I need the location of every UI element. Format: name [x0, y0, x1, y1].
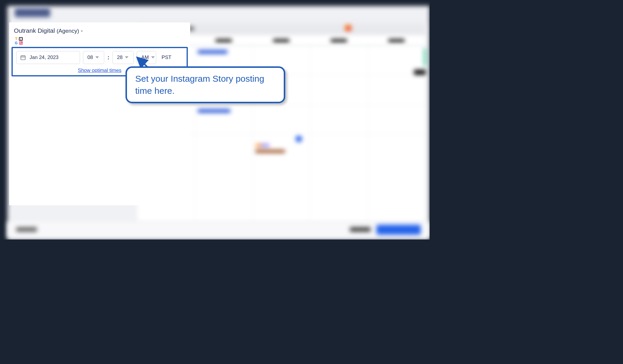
timezone-label: PST	[162, 55, 171, 60]
date-picker[interactable]: Jan 24, 2023	[16, 51, 80, 64]
org-title: Outrank Digital (Agency) -	[9, 22, 190, 36]
footer-blurred	[7, 222, 430, 238]
chevron-down-icon	[95, 56, 99, 58]
svg-rect-3	[21, 56, 25, 60]
org-name: Outrank Digital	[14, 27, 55, 34]
calendar-icon	[20, 55, 26, 60]
schedule-panel: Outrank Digital (Agency) - T ╗ G	[9, 22, 190, 205]
channel-icon-t: T	[14, 37, 19, 41]
date-value: Jan 24, 2023	[30, 55, 58, 60]
channel-icon-square: ╗	[19, 37, 23, 41]
hour-select[interactable]: 08	[83, 51, 104, 64]
instagram-icon	[19, 41, 23, 45]
hour-value: 08	[87, 55, 93, 60]
minute-value: 28	[117, 55, 123, 60]
minute-select[interactable]: 28	[112, 51, 134, 64]
page-title-blurred	[15, 8, 50, 17]
time-colon: :	[107, 54, 110, 61]
channel-icons: T ╗ G	[14, 37, 23, 45]
chevron-down-icon	[125, 56, 128, 58]
org-type: (Agency)	[57, 28, 79, 34]
svg-point-2	[22, 42, 22, 42]
callout-text: Set your Instagram Story posting time he…	[135, 73, 275, 97]
google-icon: G	[14, 41, 19, 45]
callout-annotation: Set your Instagram Story posting time he…	[125, 66, 285, 103]
svg-point-1	[20, 42, 22, 44]
org-suffix: -	[81, 27, 83, 34]
